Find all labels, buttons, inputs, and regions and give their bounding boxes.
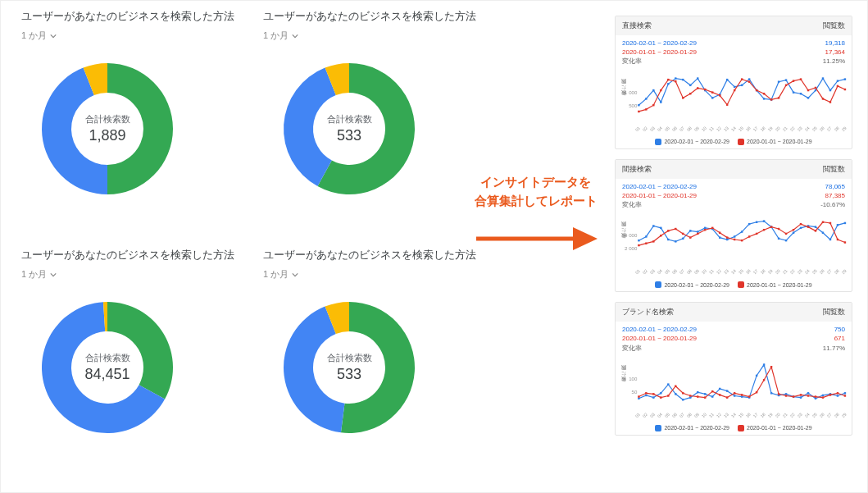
- period-dropdown[interactable]: 1 か月: [263, 268, 298, 281]
- svg-rect-97: [667, 239, 669, 240]
- svg-rect-209: [837, 395, 838, 396]
- svg-rect-229: [770, 366, 772, 367]
- donut-slice-3-0: [341, 302, 415, 433]
- svg-text:16: 16: [745, 125, 752, 131]
- svg-rect-147: [822, 221, 824, 223]
- svg-text:25: 25: [811, 268, 817, 275]
- svg-rect-122: [638, 244, 639, 246]
- donut-slice-2-0: [107, 302, 173, 399]
- svg-rect-135: [734, 239, 735, 240]
- report-line-chart: 検索した回数4 0002 000010203040506070809101112…: [619, 212, 848, 278]
- svg-rect-102: [704, 227, 706, 229]
- svg-text:01: 01: [634, 412, 641, 418]
- svg-rect-50: [763, 93, 765, 94]
- period-b: 2020-01-01 ~ 2020-01-29: [622, 48, 697, 57]
- svg-text:05: 05: [664, 125, 670, 131]
- svg-rect-137: [748, 235, 750, 237]
- svg-rect-230: [778, 393, 779, 395]
- period-b-value: 87,385: [825, 191, 845, 200]
- period-dropdown[interactable]: 1 か月: [263, 30, 298, 42]
- svg-rect-55: [800, 78, 802, 80]
- svg-rect-4: [638, 104, 639, 106]
- svg-rect-48: [748, 80, 750, 82]
- series-a: [639, 78, 845, 105]
- svg-rect-57: [815, 86, 816, 88]
- svg-rect-228: [763, 379, 765, 381]
- donut-card-0: ユーザーがあなたのビジネスを検索した方法1 か月合計検索数1,889: [21, 9, 247, 211]
- svg-rect-108: [748, 223, 750, 225]
- svg-rect-210: [844, 392, 846, 394]
- period-a-value: 78,065: [825, 182, 845, 191]
- svg-rect-207: [822, 394, 824, 395]
- legend-swatch-a: [655, 281, 661, 288]
- svg-text:27: 27: [825, 125, 832, 131]
- donut-title: ユーザーがあなたのビジネスを検索した方法: [263, 9, 489, 24]
- donut-card-1: ユーザーがあなたのビジネスを検索した方法1 か月合計検索数533: [263, 9, 489, 211]
- legend-swatch-b: [738, 139, 744, 145]
- svg-text:03: 03: [649, 412, 656, 418]
- change-label: 変化率: [622, 344, 642, 353]
- svg-rect-43: [711, 91, 713, 93]
- svg-rect-125: [660, 235, 661, 236]
- svg-text:11: 11: [708, 125, 715, 131]
- svg-rect-14: [711, 97, 713, 98]
- series-b: [639, 367, 845, 397]
- svg-rect-120: [837, 224, 838, 226]
- change-value: 11.25%: [823, 57, 845, 66]
- svg-rect-127: [675, 228, 676, 230]
- period-a: 2020-02-01 ~ 2020-02-29: [622, 325, 697, 334]
- report-line-chart: 検索した回数1 00050001020304050607080910111213…: [619, 70, 848, 135]
- donut-card-2: ユーザーがあなたのビジネスを検索した方法1 か月合計検索数84,451: [21, 248, 247, 450]
- svg-text:20: 20: [775, 125, 781, 131]
- donut-chart: 合計検索数533: [267, 285, 431, 450]
- svg-rect-35: [652, 104, 654, 106]
- svg-rect-231: [785, 395, 787, 396]
- report-card-1: 間接検索閲覧数2020-02-01 ~ 2020-02-2978,0652020…: [615, 159, 852, 293]
- svg-text:500: 500: [629, 103, 638, 108]
- svg-rect-204: [800, 396, 802, 398]
- svg-text:06: 06: [671, 125, 678, 131]
- period-b-value: 17,364: [825, 48, 845, 57]
- svg-rect-142: [785, 233, 787, 235]
- svg-rect-21: [763, 98, 765, 99]
- svg-rect-49: [756, 89, 757, 90]
- svg-rect-233: [800, 394, 802, 395]
- svg-rect-128: [682, 233, 684, 235]
- period-dropdown[interactable]: 1 か月: [21, 30, 57, 42]
- svg-text:23: 23: [796, 268, 802, 275]
- svg-text:17: 17: [752, 125, 759, 131]
- views-col-header: 閲覧数: [823, 21, 845, 31]
- svg-text:29: 29: [840, 125, 847, 131]
- svg-rect-42: [704, 88, 706, 89]
- svg-text:20: 20: [775, 412, 781, 418]
- svg-text:06: 06: [671, 268, 678, 275]
- svg-rect-115: [800, 227, 802, 229]
- svg-rect-17: [734, 85, 735, 87]
- svg-rect-114: [793, 232, 794, 234]
- svg-text:16: 16: [745, 268, 752, 275]
- donut-title: ユーザーがあなたのビジネスを検索した方法: [21, 248, 247, 262]
- svg-text:09: 09: [693, 125, 700, 131]
- svg-text:10: 10: [701, 268, 707, 275]
- svg-rect-105: [726, 239, 728, 240]
- donut-grid: ユーザーがあなたのビジネスを検索した方法1 か月合計検索数1,889ユーザーがあ…: [21, 9, 489, 450]
- svg-rect-113: [785, 240, 787, 241]
- svg-rect-226: [748, 395, 750, 397]
- svg-text:06: 06: [671, 412, 678, 418]
- series-b: [639, 79, 845, 111]
- svg-rect-12: [697, 77, 698, 79]
- svg-text:21: 21: [782, 125, 788, 131]
- svg-text:50: 50: [632, 389, 638, 395]
- change-value: 11.77%: [823, 344, 845, 353]
- views-col-header: 閲覧数: [823, 307, 845, 317]
- svg-rect-6: [652, 89, 654, 90]
- period-dropdown[interactable]: 1 か月: [21, 268, 57, 281]
- svg-rect-33: [638, 110, 639, 112]
- period-b: 2020-01-01 ~ 2020-01-29: [622, 191, 697, 200]
- svg-rect-31: [837, 80, 838, 81]
- svg-marker-1: [573, 227, 598, 250]
- svg-rect-202: [785, 393, 787, 395]
- svg-text:09: 09: [693, 412, 700, 418]
- svg-rect-60: [837, 84, 838, 86]
- svg-text:10: 10: [701, 412, 707, 418]
